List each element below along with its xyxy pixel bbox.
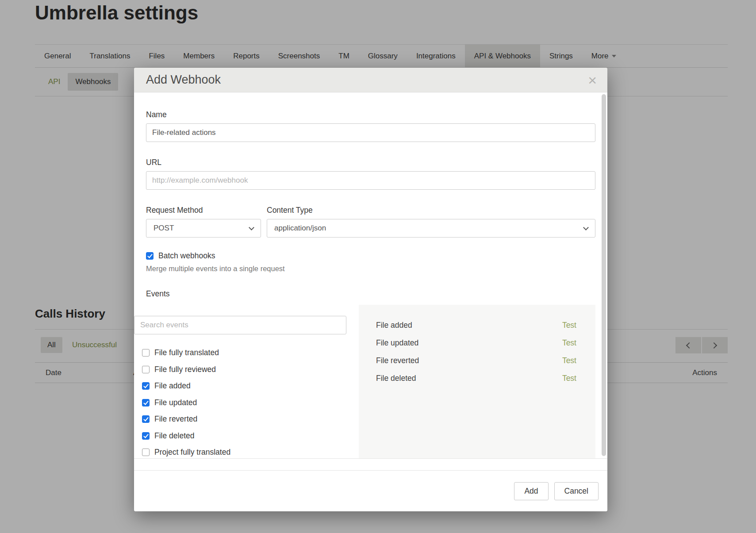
selected-events-list: File added Test File updated Test File r… xyxy=(359,316,595,387)
request-method-value: POST xyxy=(154,224,249,233)
event-option-file-added[interactable]: File added xyxy=(142,378,345,395)
name-label: Name xyxy=(146,110,595,119)
request-method-select[interactable]: POST xyxy=(146,219,261,238)
chevron-down-icon xyxy=(583,225,589,230)
content-type-label: Content Type xyxy=(267,206,595,215)
url-label: URL xyxy=(146,158,595,167)
content-type-value: application/json xyxy=(274,224,584,233)
events-label: Events xyxy=(146,289,595,299)
selected-event-row: File reverted Test xyxy=(359,352,595,369)
checkbox[interactable] xyxy=(142,382,150,390)
checkbox[interactable] xyxy=(142,399,150,406)
event-options-list: File fully translated File fully reviewe… xyxy=(142,345,345,459)
batch-webhooks-label: Batch webhooks xyxy=(158,251,215,261)
batch-webhooks-hint: Merge multiple events into a single requ… xyxy=(146,265,595,273)
checkbox[interactable] xyxy=(142,349,150,357)
name-input[interactable] xyxy=(146,123,595,142)
url-input[interactable] xyxy=(146,171,595,190)
modal-header: Add Webhook × xyxy=(134,68,607,92)
add-button[interactable]: Add xyxy=(514,482,548,500)
checkbox[interactable] xyxy=(142,432,150,440)
selected-event-row: File deleted Test xyxy=(359,369,595,387)
search-events-input[interactable] xyxy=(134,316,346,334)
chevron-down-icon xyxy=(249,225,254,230)
event-option-file-fully-translated[interactable]: File fully translated xyxy=(142,345,345,361)
batch-webhooks-checkbox[interactable] xyxy=(146,252,154,260)
checkbox[interactable] xyxy=(142,366,150,373)
test-link[interactable]: Test xyxy=(562,338,576,348)
test-link[interactable]: Test xyxy=(562,374,576,383)
selected-event-row: File added Test xyxy=(359,316,595,334)
modal-body: Name URL Request Method POST Content Typ… xyxy=(134,110,607,299)
add-webhook-modal: Add Webhook × Name URL Request Method PO… xyxy=(134,68,607,511)
event-option-file-reverted[interactable]: File reverted xyxy=(142,411,345,428)
checkbox[interactable] xyxy=(142,415,150,423)
events-panel: File fully translated File fully reviewe… xyxy=(134,305,607,459)
request-method-label: Request Method xyxy=(146,206,267,215)
event-option-file-updated[interactable]: File updated xyxy=(142,395,345,411)
modal-footer: Add Cancel xyxy=(134,470,607,511)
event-option-file-fully-reviewed[interactable]: File fully reviewed xyxy=(142,361,345,378)
event-option-file-deleted[interactable]: File deleted xyxy=(142,428,345,445)
close-icon[interactable]: × xyxy=(588,73,597,88)
modal-title: Add Webhook xyxy=(146,73,588,87)
batch-webhooks-option[interactable]: Batch webhooks xyxy=(146,251,595,261)
test-link[interactable]: Test xyxy=(562,356,576,365)
cancel-button[interactable]: Cancel xyxy=(554,482,599,500)
test-link[interactable]: Test xyxy=(562,321,576,330)
modal-scrollbar[interactable] xyxy=(602,94,606,456)
event-option-project-fully-translated[interactable]: Project fully translated xyxy=(142,444,345,459)
selected-event-row: File updated Test xyxy=(359,334,595,352)
content-type-select[interactable]: application/json xyxy=(267,219,595,238)
checkbox[interactable] xyxy=(142,449,150,456)
